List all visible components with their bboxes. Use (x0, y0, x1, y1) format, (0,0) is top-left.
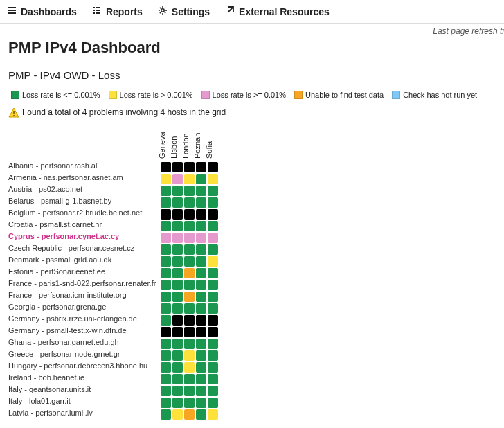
grid-cell[interactable] (184, 174, 195, 184)
grid-cell[interactable] (196, 233, 206, 243)
grid-cell[interactable] (172, 327, 183, 337)
grid-cell[interactable] (161, 292, 171, 302)
grid-cell[interactable] (172, 221, 183, 231)
grid-cell[interactable] (161, 350, 171, 361)
nav-dashboards[interactable]: Dashboards (7, 6, 77, 17)
grid-cell[interactable] (172, 398, 183, 408)
grid-cell[interactable] (161, 209, 171, 220)
nav-external[interactable]: External Resources (225, 6, 330, 17)
grid-cell[interactable] (184, 292, 195, 302)
row-label[interactable]: France - perfsonar.icm-institute.org (8, 289, 160, 301)
grid-cell[interactable] (161, 233, 171, 243)
grid-cell[interactable] (196, 197, 206, 208)
row-label[interactable]: Austria - ps02.aco.net (8, 184, 160, 195)
grid-cell[interactable] (161, 197, 171, 208)
grid-cell[interactable] (184, 327, 195, 337)
grid-cell[interactable] (172, 374, 183, 384)
grid-cell[interactable] (172, 233, 183, 243)
grid-cell[interactable] (161, 362, 171, 373)
grid-cell[interactable] (196, 244, 206, 255)
grid-cell[interactable] (208, 221, 218, 231)
row-label[interactable]: Ghana - perfsonar.garnet.edu.gh (8, 337, 160, 348)
grid-cell[interactable] (196, 186, 206, 196)
grid-cell[interactable] (184, 197, 195, 208)
grid-cell[interactable] (184, 209, 195, 220)
row-label[interactable]: Czech Republic - perfsonar.cesnet.cz (8, 242, 160, 254)
grid-cell[interactable] (161, 280, 171, 290)
grid-cell[interactable] (172, 409, 183, 420)
grid-cell[interactable] (196, 362, 206, 373)
grid-cell[interactable] (161, 162, 171, 172)
grid-cell[interactable] (208, 374, 218, 384)
row-label[interactable]: Georgia - perfsonar.grena.ge (8, 301, 160, 313)
grid-cell[interactable] (184, 362, 195, 373)
grid-cell[interactable] (184, 233, 195, 243)
grid-cell[interactable] (208, 350, 218, 361)
grid-cell[interactable] (184, 339, 195, 349)
grid-cell[interactable] (208, 327, 218, 337)
grid-cell[interactable] (196, 268, 206, 278)
grid-cell[interactable] (161, 221, 171, 231)
grid-cell[interactable] (161, 244, 171, 255)
grid-cell[interactable] (184, 280, 195, 290)
grid-cell[interactable] (208, 292, 218, 302)
grid-cell[interactable] (172, 244, 183, 255)
grid-cell[interactable] (184, 409, 195, 420)
grid-cell[interactable] (161, 409, 171, 420)
grid-cell[interactable] (208, 280, 218, 290)
grid-cell[interactable] (184, 386, 195, 396)
grid-cell[interactable] (184, 374, 195, 384)
grid-cell[interactable] (184, 244, 195, 255)
grid-cell[interactable] (196, 162, 206, 172)
grid-cell[interactable] (184, 303, 195, 314)
grid-cell[interactable] (172, 186, 183, 196)
grid-cell[interactable] (208, 315, 218, 326)
grid-cell[interactable] (208, 362, 218, 373)
grid-cell[interactable] (172, 315, 183, 326)
grid-cell[interactable] (184, 315, 195, 326)
grid-cell[interactable] (161, 256, 171, 267)
row-label[interactable]: Denmark - pssmall.grid.aau.dk (8, 254, 160, 266)
grid-cell[interactable] (208, 233, 218, 243)
row-label[interactable]: Armenia - nas.perfsonar.asnet.am (8, 172, 160, 184)
grid-cell[interactable] (196, 386, 206, 396)
nav-settings[interactable]: Settings (158, 6, 210, 17)
grid-cell[interactable] (172, 350, 183, 361)
row-label[interactable]: Germany - psmall-test.x-win.dfn.de (8, 325, 160, 337)
grid-cell[interactable] (184, 268, 195, 278)
grid-cell[interactable] (196, 303, 206, 314)
row-label[interactable]: France - paris1-snd-022.perfsonar.renate… (8, 278, 160, 289)
grid-cell[interactable] (161, 386, 171, 396)
grid-cell[interactable] (172, 209, 183, 220)
grid-cell[interactable] (196, 374, 206, 384)
grid-cell[interactable] (184, 162, 195, 172)
grid-cell[interactable] (161, 174, 171, 184)
grid-cell[interactable] (161, 327, 171, 337)
grid-cell[interactable] (161, 339, 171, 349)
grid-cell[interactable] (208, 256, 218, 267)
grid-cell[interactable] (161, 186, 171, 196)
row-label[interactable]: Belgium - perfsonar.r2.brudie.belnet.net (8, 207, 160, 219)
grid-cell[interactable] (208, 339, 218, 349)
grid-cell[interactable] (208, 174, 218, 184)
grid-cell[interactable] (208, 197, 218, 208)
row-label[interactable]: Ireland - bob.heanet.ie (8, 372, 160, 384)
row-label[interactable]: Hungary - perfsonar.debrecen3.hbone.hu (8, 360, 160, 372)
grid-cell[interactable] (208, 303, 218, 314)
grid-cell[interactable] (196, 339, 206, 349)
grid-cell[interactable] (161, 374, 171, 384)
grid-cell[interactable] (161, 268, 171, 278)
grid-cell[interactable] (196, 409, 206, 420)
row-label[interactable]: Estonia - perfSonar.eenet.ee (8, 266, 160, 278)
row-label[interactable]: Greece - perfsonar-node.grnet.gr (8, 348, 160, 360)
grid-cell[interactable] (172, 303, 183, 314)
grid-cell[interactable] (196, 256, 206, 267)
grid-cell[interactable] (208, 398, 218, 408)
grid-cell[interactable] (184, 186, 195, 196)
row-label[interactable]: Germany - psbrix.rrze.uni-erlangen.de (8, 313, 160, 325)
grid-cell[interactable] (161, 303, 171, 314)
grid-cell[interactable] (196, 221, 206, 231)
grid-cell[interactable] (208, 409, 218, 420)
grid-cell[interactable] (196, 398, 206, 408)
problems-link[interactable]: Found a total of 4 problems involving 4 … (22, 107, 226, 117)
